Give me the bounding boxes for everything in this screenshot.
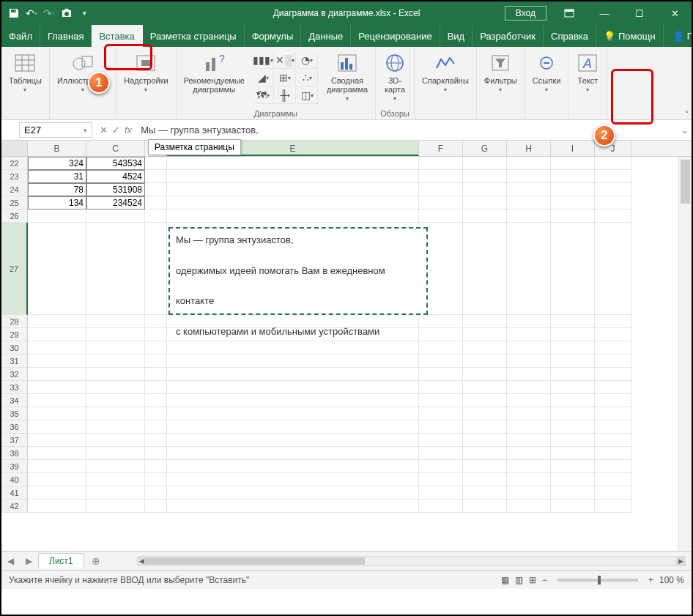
cell-C22[interactable]: 543534	[86, 157, 145, 170]
row-header[interactable]: 33	[1, 381, 28, 394]
cell-C25[interactable]: 234524	[86, 196, 145, 209]
tab-developer[interactable]: Разработчик	[472, 25, 544, 47]
cell-B23[interactable]: 31	[28, 170, 86, 183]
zoom-out-icon[interactable]: −	[542, 575, 547, 585]
row-header[interactable]: 22	[1, 157, 28, 170]
undo-icon[interactable]: ↶▾	[25, 7, 38, 20]
normal-view-icon[interactable]: ▦	[501, 575, 509, 585]
name-box[interactable]: E27▾	[19, 122, 92, 138]
row-header[interactable]: 28	[1, 315, 28, 328]
zoom-in-icon[interactable]: +	[648, 575, 653, 585]
share-button[interactable]: 👤Поделиться	[664, 25, 693, 47]
vertical-scrollbar[interactable]	[678, 157, 692, 551]
stock-chart-icon[interactable]: ╫▾	[275, 88, 296, 104]
row-header[interactable]: 29	[1, 328, 28, 341]
tab-layout[interactable]: Разметка страницы	[143, 25, 245, 47]
row-header[interactable]: 24	[1, 183, 28, 196]
page-break-view-icon[interactable]: ⊞	[529, 575, 536, 585]
zoom-slider[interactable]	[557, 579, 638, 582]
text-box[interactable]: Мы — группа энтузиастов, одержимых идеей…	[168, 227, 428, 315]
filters-button[interactable]: Фильтры▾	[481, 50, 520, 94]
sheet-nav-next-icon[interactable]: ▶	[20, 556, 38, 566]
expand-formula-icon[interactable]: ⌄	[677, 125, 692, 136]
row-header[interactable]: 31	[1, 355, 28, 368]
qat-customize-icon[interactable]: ▾	[78, 7, 91, 20]
row-header[interactable]: 42	[1, 500, 28, 513]
enter-formula-icon[interactable]: ✓	[112, 125, 120, 136]
sparklines-button[interactable]: Спарклайны▾	[419, 50, 472, 94]
row-header[interactable]: 25	[1, 196, 28, 209]
row-header[interactable]: 32	[1, 368, 28, 381]
addins-button[interactable]: Надстройки▾	[121, 50, 171, 94]
col-header-H[interactable]: H	[507, 141, 551, 156]
row-header[interactable]: 38	[1, 447, 28, 460]
row-header[interactable]: 26	[1, 209, 28, 223]
close-icon[interactable]: ✕	[658, 1, 692, 25]
row-header[interactable]: 30	[1, 341, 28, 355]
fx-icon[interactable]: fx	[125, 125, 132, 136]
tab-review[interactable]: Рецензирование	[351, 25, 440, 47]
login-button[interactable]: Вход	[505, 6, 546, 21]
col-header-B[interactable]: B	[28, 141, 86, 156]
col-header-G[interactable]: G	[463, 141, 507, 156]
redo-icon[interactable]: ↷▾	[42, 7, 56, 20]
sheet-tab[interactable]: Лист1	[38, 553, 84, 568]
col-header-C[interactable]: C	[86, 141, 145, 156]
text-button[interactable]: A Текст▾	[573, 50, 602, 94]
scatter-chart-icon[interactable]: ∴▾	[297, 70, 318, 86]
share-icon: 👤	[672, 31, 684, 42]
cell-B25[interactable]: 134	[28, 196, 86, 209]
row-header[interactable]: 37	[1, 434, 28, 447]
row-header[interactable]: 27	[1, 223, 28, 315]
line-chart-icon[interactable]: ✕░▾	[275, 53, 296, 69]
tab-help[interactable]: Справка	[544, 25, 596, 47]
worksheet-grid[interactable]: B C D E F G H I J 22324543534 23314524 2…	[1, 141, 692, 551]
col-header-F[interactable]: F	[419, 141, 463, 156]
save-icon[interactable]	[7, 7, 21, 20]
col-header-I[interactable]: I	[551, 141, 595, 156]
bar-chart-icon[interactable]: ▮▮▮▾	[253, 53, 274, 69]
tell-me[interactable]: 💡Помощн	[596, 25, 664, 47]
status-text: Укажите ячейку и нажмите ВВОД или выбери…	[9, 575, 249, 585]
tab-home[interactable]: Главная	[40, 25, 92, 47]
collapse-ribbon-icon[interactable]: ˄	[685, 110, 689, 118]
row-header[interactable]: 41	[1, 486, 28, 500]
tab-file[interactable]: Файл	[1, 25, 40, 47]
ribbon-display-icon[interactable]	[552, 1, 586, 25]
horizontal-scrollbar[interactable]: ◀▶	[137, 556, 686, 566]
maximize-icon[interactable]: ☐	[623, 1, 656, 25]
sheet-nav-prev-icon[interactable]: ◀	[1, 556, 20, 566]
recommended-charts-button[interactable]: ? Рекомендуемые диаграммы	[181, 50, 248, 95]
cell-B24[interactable]: 78	[28, 183, 86, 196]
map-chart-icon[interactable]: 🗺▾	[253, 88, 274, 104]
row-header[interactable]: 35	[1, 407, 28, 420]
row-header[interactable]: 40	[1, 473, 28, 486]
tab-formulas[interactable]: Формулы	[245, 25, 302, 47]
zoom-level[interactable]: 100 %	[659, 575, 684, 585]
3d-map-button[interactable]: 3D- карта▾	[380, 50, 410, 103]
pivot-chart-button[interactable]: Сводная диаграмма▾	[324, 50, 371, 103]
tab-view[interactable]: Вид	[440, 25, 473, 47]
row-header[interactable]: 36	[1, 420, 28, 434]
pie-chart-icon[interactable]: ◔▾	[297, 53, 318, 69]
svg-text:A: A	[582, 56, 592, 71]
stat-chart-icon[interactable]: ⊞▾	[275, 70, 296, 86]
cancel-formula-icon[interactable]: ✕	[100, 125, 108, 136]
row-header[interactable]: 39	[1, 460, 28, 473]
tables-button[interactable]: Таблицы▾	[6, 50, 45, 94]
area-chart-icon[interactable]: ◢▾	[253, 70, 274, 86]
cell-C24[interactable]: 531908	[86, 183, 145, 196]
cell-C23[interactable]: 4524	[86, 170, 145, 183]
page-layout-view-icon[interactable]: ▥	[515, 575, 523, 585]
camera-icon[interactable]	[60, 7, 73, 20]
row-header[interactable]: 34	[1, 394, 28, 407]
tab-insert[interactable]: Вставка	[92, 25, 142, 47]
minimize-icon[interactable]: —	[588, 1, 621, 25]
cell-B22[interactable]: 324	[28, 157, 86, 170]
combo-chart-icon[interactable]: ◫▾	[297, 88, 318, 104]
ribbon-tabs: Файл Главная Вставка Разметка страницы Ф…	[1, 25, 692, 47]
links-button[interactable]: Ссылки▾	[530, 50, 564, 94]
add-sheet-icon[interactable]: ⊕	[84, 555, 108, 567]
tab-data[interactable]: Данные	[301, 25, 351, 47]
row-header[interactable]: 23	[1, 170, 28, 183]
